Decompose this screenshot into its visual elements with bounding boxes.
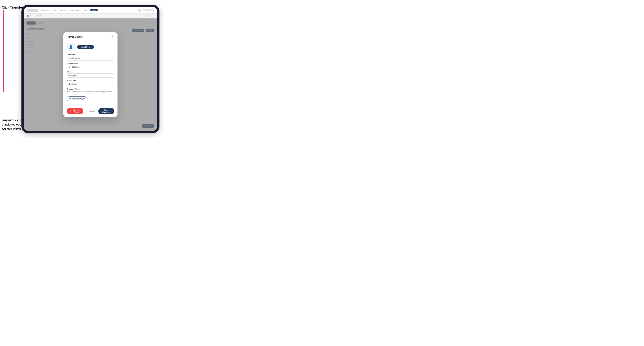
sub-header-right: Display ↑ [148,15,154,17]
app-nav: Dashboard Feed Schedule Leaderboard Rost… [40,9,136,11]
nav-roster[interactable]: Roster [82,9,88,11]
archive-btn-label: Archive Player [72,109,80,113]
email-label: Email [67,71,114,73]
display-name-label: Display Name [67,62,114,64]
nav-feed[interactable]: Feed [52,9,57,11]
archive-icon: ⬆ [70,110,71,112]
modal-footer: ⬆ Archive Player Cancel Save Changes [64,106,118,117]
header-right [138,8,154,12]
upload-photo-button[interactable]: Upload Photo [77,45,94,49]
email-input[interactable] [67,73,114,78]
full-name-input[interactable] [67,56,114,60]
main-content: Roster Admin Update Roster Add to Roster… [24,18,157,131]
display-name-input[interactable] [67,65,114,69]
modal-close-button[interactable]: × [111,35,114,38]
full-name-label: Full Name [67,54,114,56]
header-name [143,9,154,11]
tablet-screen: Dashboard Feed Schedule Leaderboard Rost… [24,7,157,131]
display-name-group: Display Name [67,62,114,69]
nav-players[interactable]: Players [90,9,98,11]
header-avatar [138,8,142,12]
nav-schedule[interactable]: Schedule [59,9,67,11]
school-year-wrapper: Sixth Year First Year Second Year Third … [67,82,114,86]
photo-row: 👤 Upload Photo [67,43,114,51]
transfer-player-button[interactable]: ⟳ Transfer Player [67,96,87,101]
tablet-device: Dashboard Feed Schedule Leaderboard Rost… [22,5,160,133]
transfer-section-title: Transfer Player [67,88,114,90]
sub-header-text: Dashboard (111) [30,15,42,17]
school-year-group: School Year Sixth Year First Year Second… [67,80,114,86]
nav-dashboard[interactable]: Dashboard [40,9,50,11]
archive-label: Archive Player [2,127,21,130]
cancel-button[interactable]: Cancel [87,109,96,113]
instruction-prefix: Click [2,5,10,9]
app-logo [27,9,38,12]
archive-player-button[interactable]: ⬆ Archive Player [67,108,83,114]
school-year-select[interactable]: Sixth Year First Year Second Year Third … [67,82,114,86]
transfer-section: Transfer Player If this player has moved… [67,88,114,101]
important-label: IMPORTANT [2,119,18,122]
sub-header: Dashboard (111) Display ↑ [24,13,157,18]
transfer-btn-label: Transfer Player [72,98,85,100]
transfer-icon: ⟳ [69,98,71,100]
full-name-group: Full Name [67,54,114,60]
sub-header-icon [27,15,29,17]
save-changes-button[interactable]: Save Changes [98,108,114,114]
nav-leaderboard[interactable]: Leaderboard [70,9,80,11]
school-year-label: School Year [67,80,114,81]
arrow-vertical [3,10,4,92]
modal-title: Player Details [67,35,82,38]
avatar-circle: 👤 [67,43,75,51]
app-header: Dashboard Feed Schedule Leaderboard Rost… [24,7,157,13]
modal-overlay: Player Details × 👤 Upload Photo [24,18,157,131]
transfer-description: If this player has moved to another scho… [67,91,114,95]
modal-body: 👤 Upload Photo Full Name Display Name [64,40,118,106]
player-details-modal: Player Details × 👤 Upload Photo [64,32,118,117]
user-icon: 👤 [69,45,73,49]
email-group: Email [67,71,114,78]
modal-header: Player Details × [64,32,118,40]
